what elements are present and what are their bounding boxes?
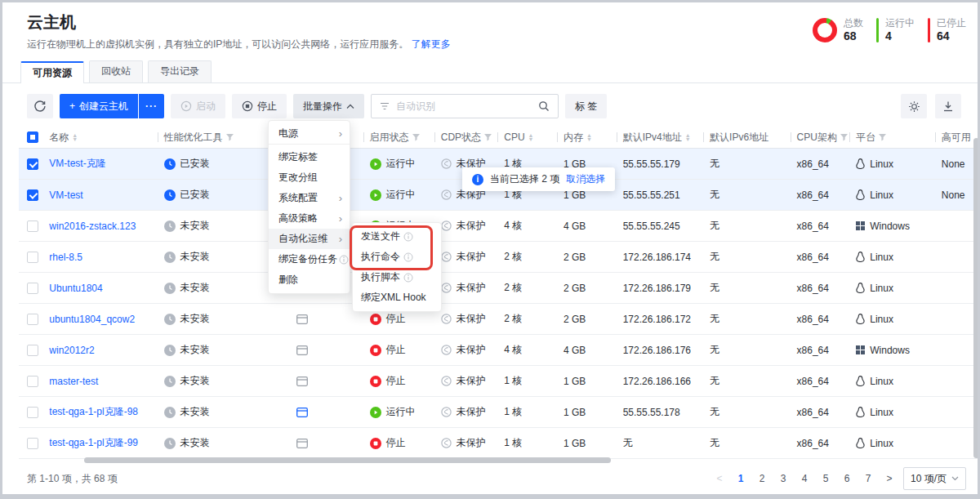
- row-checkbox[interactable]: [27, 283, 38, 294]
- start-button[interactable]: 启动: [171, 94, 225, 118]
- row-checkbox[interactable]: [27, 252, 38, 263]
- menu-item[interactable]: 更改分组 ›: [269, 167, 350, 188]
- vm-name-link[interactable]: rhel-8.5: [49, 252, 82, 263]
- console-icon[interactable]: [296, 345, 308, 355]
- horizontal-scrollbar[interactable]: [84, 457, 611, 463]
- menu-item[interactable]: 绑定备份任务 ›: [269, 249, 350, 270]
- learn-more-link[interactable]: 了解更多: [412, 38, 451, 50]
- page-number[interactable]: 6: [840, 473, 854, 484]
- power-state-icon: [370, 158, 381, 170]
- vm-name-link[interactable]: win2012r2: [49, 345, 94, 356]
- tab-recycle-bin[interactable]: 回收站: [89, 60, 143, 82]
- vm-name-link[interactable]: Ubuntu1804: [49, 283, 102, 294]
- create-more-button[interactable]: ···: [139, 94, 164, 118]
- refresh-button[interactable]: [27, 94, 53, 118]
- cancel-selection-link[interactable]: 取消选择: [566, 172, 605, 186]
- prev-page-button[interactable]: <: [712, 473, 727, 484]
- stop-icon: [242, 100, 253, 112]
- menu-item[interactable]: 删除 ›: [269, 270, 350, 290]
- submenu-item[interactable]: 绑定XML Hook: [353, 287, 441, 308]
- row-checkbox[interactable]: [27, 189, 38, 201]
- sort-icon[interactable]: ▲▼: [586, 133, 592, 141]
- tag-button[interactable]: 标 签: [565, 94, 607, 118]
- page-number[interactable]: 2: [755, 473, 769, 484]
- tab-available-resources[interactable]: 可用资源: [20, 61, 84, 83]
- page-number[interactable]: 5: [818, 473, 833, 484]
- submenu-item[interactable]: 执行脚本: [353, 267, 441, 287]
- stat-item: 已停止 64: [928, 17, 966, 43]
- table-row[interactable]: test-qga-1-pl克隆-98 未安装: [19, 397, 980, 428]
- vm-name-link[interactable]: VM-test: [49, 189, 82, 201]
- next-page-button[interactable]: >: [882, 473, 897, 484]
- export-button[interactable]: [935, 94, 961, 118]
- filter-icon[interactable]: [226, 134, 234, 141]
- cdp-unprotected-icon: [441, 345, 452, 355]
- vm-name-link[interactable]: win2016-zstack.123: [49, 221, 136, 232]
- selection-tip: i 当前已选择 2 项 取消选择: [462, 167, 615, 191]
- page-number[interactable]: 7: [861, 473, 875, 484]
- table-row[interactable]: test-qga-1-pl克隆-99 未安装: [19, 428, 980, 459]
- tab-export-records[interactable]: 导出记录: [148, 60, 212, 82]
- filter-icon[interactable]: [412, 134, 420, 141]
- chevron-right-icon: ›: [339, 213, 342, 224]
- menu-item[interactable]: 高级策略 ›: [269, 208, 350, 229]
- select-all-checkbox[interactable]: [27, 131, 38, 143]
- search-box: [371, 94, 559, 118]
- row-checkbox[interactable]: [27, 158, 38, 170]
- page-number[interactable]: 3: [776, 473, 791, 484]
- table-row[interactable]: rhel-8.5 未安装 运行中: [19, 242, 980, 273]
- row-checkbox[interactable]: [27, 314, 38, 325]
- create-vm-button[interactable]: + 创建云主机: [60, 94, 138, 118]
- gear-icon: [908, 100, 920, 113]
- chevron-right-icon: ›: [339, 234, 342, 244]
- page-size-select[interactable]: 10 项/页: [903, 467, 966, 490]
- filter-icon[interactable]: [484, 134, 492, 141]
- search-icon[interactable]: [538, 100, 550, 112]
- stop-button[interactable]: 停止: [232, 94, 287, 118]
- menu-item[interactable]: 系统配置 ›: [269, 188, 350, 208]
- console-icon[interactable]: [296, 376, 308, 386]
- vm-name-link[interactable]: ubuntu1804_qcow2: [49, 314, 135, 325]
- filter-icon[interactable]: [840, 134, 848, 141]
- stat-item: 运行中 4: [876, 17, 915, 43]
- sort-icon[interactable]: ▲▼: [685, 133, 691, 141]
- row-checkbox[interactable]: [27, 345, 38, 356]
- menu-item[interactable]: 自动化运维 ›: [269, 229, 350, 249]
- vm-name-link[interactable]: test-qga-1-pl克隆-99: [49, 436, 138, 450]
- table-row[interactable]: win2012r2 未安装 停止: [19, 335, 980, 366]
- guest-tools-status-icon: [164, 407, 176, 418]
- toolbar: + 创建云主机 ··· 启动 停止 批量操作: [2, 94, 978, 118]
- sort-icon[interactable]: ▲▼: [528, 133, 534, 141]
- submenu-item[interactable]: 发送文件: [353, 226, 441, 247]
- row-checkbox[interactable]: [27, 376, 38, 387]
- settings-button[interactable]: [901, 94, 927, 118]
- sort-icon[interactable]: ▲▼: [72, 133, 78, 141]
- vm-name-link[interactable]: test-qga-1-pl克隆-98: [49, 405, 138, 419]
- filter-lines-icon: [380, 102, 390, 110]
- platform-icon: [856, 376, 865, 386]
- batch-operations-button[interactable]: 批量操作: [293, 94, 364, 118]
- cdp-unprotected-icon: [441, 407, 452, 417]
- table-row[interactable]: master-test 未安装 停: [19, 366, 980, 397]
- row-checkbox[interactable]: [27, 221, 38, 232]
- page-number[interactable]: 4: [797, 473, 812, 484]
- vm-name-link[interactable]: VM-test-克隆: [49, 157, 105, 171]
- power-state-icon: [370, 438, 381, 449]
- submenu-item[interactable]: 执行命令: [353, 247, 441, 267]
- console-icon[interactable]: [296, 408, 308, 417]
- search-input[interactable]: [396, 100, 532, 112]
- page-number[interactable]: 1: [733, 473, 748, 484]
- row-checkbox[interactable]: [27, 407, 38, 418]
- stat-color-bar: [928, 18, 930, 42]
- table-row[interactable]: ubuntu1804_qcow2 未安装: [19, 304, 980, 335]
- filter-icon[interactable]: [879, 134, 886, 141]
- console-icon[interactable]: [296, 439, 308, 448]
- console-icon[interactable]: [296, 314, 308, 324]
- power-state-icon: [370, 345, 381, 356]
- vm-name-link[interactable]: master-test: [49, 376, 98, 387]
- table-row[interactable]: win2016-zstack.123 未安装: [19, 211, 980, 242]
- row-checkbox[interactable]: [27, 438, 38, 449]
- table-row[interactable]: Ubuntu1804 未安装 运行: [19, 273, 980, 304]
- menu-item[interactable]: 电源 ›: [269, 124, 350, 145]
- menu-item[interactable]: 绑定标签 ›: [269, 147, 350, 167]
